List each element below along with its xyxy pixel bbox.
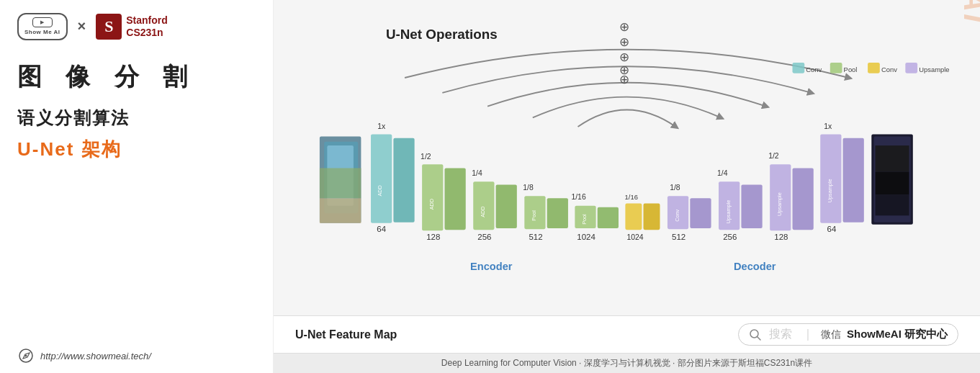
svg-text:Conv: Conv bbox=[674, 209, 680, 221]
svg-text:1/8: 1/8 bbox=[670, 184, 680, 192]
svg-rect-12 bbox=[371, 134, 392, 223]
bottom-bar: U-Net Feature Map 搜索 ｜ 微信 ShowMeAI 研究中心 bbox=[274, 315, 980, 353]
showmeai-icon bbox=[32, 17, 53, 27]
svg-line-75 bbox=[757, 336, 760, 340]
svg-text:1/8: 1/8 bbox=[523, 184, 534, 192]
svg-rect-25 bbox=[547, 198, 568, 228]
nav-icon bbox=[17, 347, 35, 364]
unet-ops-label: U-Net Operations bbox=[386, 27, 498, 42]
svg-rect-54 bbox=[876, 145, 909, 172]
svg-text:Pool: Pool bbox=[581, 214, 588, 225]
encoder-label: Encoder bbox=[470, 261, 513, 272]
stanford-logo: S Stanford CS231n bbox=[96, 14, 168, 40]
svg-rect-10 bbox=[320, 168, 361, 198]
decoder-block-128: 128 1/2 bbox=[768, 152, 814, 241]
decoder-label: Decoder bbox=[734, 261, 776, 272]
showmeai-logo: Show Me AI bbox=[17, 13, 68, 40]
svg-rect-61 bbox=[868, 63, 880, 73]
input-image bbox=[318, 134, 364, 224]
svg-text:⊕: ⊕ bbox=[619, 50, 629, 64]
stanford-s-letter: S bbox=[96, 14, 122, 40]
unet-arch-label: U-Net 架构 bbox=[17, 137, 256, 162]
svg-rect-13 bbox=[393, 138, 414, 223]
svg-rect-41 bbox=[741, 184, 762, 228]
website-row: http://www.showmeai.tech/ bbox=[17, 347, 256, 364]
bottleneck: 1024 1/16 bbox=[625, 193, 660, 241]
right-panel: ShowMeAI U-Net Operations ⊕ ⊕ ⊕ ⊕ ⊕ bbox=[274, 0, 980, 373]
svg-rect-32 bbox=[625, 204, 642, 230]
main-title: 图 像 分 割 bbox=[17, 60, 256, 94]
diagram-area: ShowMeAI U-Net Operations ⊕ ⊕ ⊕ ⊕ ⊕ bbox=[274, 0, 980, 315]
svg-text:1/16: 1/16 bbox=[625, 193, 638, 201]
svg-rect-56 bbox=[876, 194, 909, 215]
svg-text:Upsample: Upsample bbox=[725, 200, 732, 224]
subtitle: 语义分割算法 bbox=[17, 107, 256, 130]
left-panel: Show Me AI × S Stanford CS231n 图 像 分 割 语… bbox=[0, 0, 274, 373]
svg-rect-59 bbox=[830, 63, 842, 73]
search-icon bbox=[749, 328, 762, 341]
svg-rect-49 bbox=[843, 138, 864, 223]
divider: ｜ bbox=[802, 327, 814, 342]
svg-rect-17 bbox=[444, 168, 465, 230]
showmeai-label: Show Me AI bbox=[24, 29, 60, 36]
svg-text:1024: 1024 bbox=[626, 233, 643, 241]
compass-icon bbox=[18, 348, 34, 364]
footer-text: Deep Learning for Computer Vision · 深度学习… bbox=[441, 358, 812, 368]
svg-text:⊕: ⊕ bbox=[619, 73, 629, 86]
svg-text:1/16: 1/16 bbox=[571, 193, 586, 201]
svg-text:128: 128 bbox=[426, 233, 440, 241]
svg-text:256: 256 bbox=[477, 233, 491, 241]
svg-rect-55 bbox=[876, 172, 909, 194]
encoder-block-512: 512 1/8 bbox=[523, 184, 568, 241]
svg-text:128: 128 bbox=[774, 233, 788, 241]
svg-text:1/4: 1/4 bbox=[717, 169, 728, 177]
svg-rect-11 bbox=[320, 198, 361, 223]
encoder-block-1024: 1024 1/16 bbox=[571, 193, 619, 241]
search-text: 搜索 bbox=[769, 327, 792, 342]
footer-bar: Deep Learning for Computer Vision · 深度学习… bbox=[274, 353, 980, 373]
decoder-block-64: 64 1x bbox=[820, 122, 864, 233]
cross-icon: × bbox=[78, 18, 86, 35]
svg-text:Upsample: Upsample bbox=[776, 192, 783, 216]
encoder-block-128: 128 1/2 bbox=[421, 153, 466, 241]
logo-row: Show Me AI × S Stanford CS231n bbox=[17, 13, 256, 40]
svg-text:64: 64 bbox=[377, 225, 386, 233]
wechat-label: 微信 bbox=[821, 328, 841, 341]
svg-text:Pool: Pool bbox=[844, 66, 858, 73]
svg-rect-37 bbox=[690, 198, 711, 228]
svg-text:ADD: ADD bbox=[428, 199, 435, 210]
decoder-block-256: 256 1/4 bbox=[717, 169, 763, 241]
course-label: CS231n bbox=[126, 27, 168, 39]
svg-text:1/2: 1/2 bbox=[421, 153, 431, 161]
stanford-name: Stanford bbox=[126, 14, 168, 27]
svg-text:⊕: ⊕ bbox=[619, 35, 629, 49]
svg-text:64: 64 bbox=[827, 225, 836, 233]
svg-text:Upsample: Upsample bbox=[919, 66, 949, 73]
encoder-block-64: 64 1x bbox=[371, 122, 415, 233]
svg-text:512: 512 bbox=[672, 233, 685, 241]
svg-text:1/4: 1/4 bbox=[472, 169, 482, 177]
unet-diagram: U-Net Operations ⊕ ⊕ ⊕ ⊕ ⊕ bbox=[288, 6, 966, 315]
svg-text:1024: 1024 bbox=[577, 233, 595, 241]
svg-rect-29 bbox=[598, 207, 619, 228]
svg-text:Conv: Conv bbox=[881, 66, 897, 73]
website-url[interactable]: http://www.showmeai.tech/ bbox=[40, 351, 151, 361]
research-label: ShowMeAI 研究中心 bbox=[847, 328, 948, 341]
svg-text:1/2: 1/2 bbox=[768, 152, 779, 160]
svg-text:Conv: Conv bbox=[806, 66, 822, 73]
svg-text:Upsample: Upsample bbox=[827, 179, 833, 202]
svg-text:1x: 1x bbox=[824, 122, 832, 130]
output-image bbox=[871, 134, 913, 224]
svg-rect-33 bbox=[644, 204, 660, 230]
svg-text:256: 256 bbox=[723, 233, 737, 241]
svg-rect-57 bbox=[793, 63, 805, 73]
svg-point-1 bbox=[25, 355, 27, 357]
svg-rect-21 bbox=[496, 184, 517, 228]
svg-rect-16 bbox=[422, 164, 443, 230]
svg-text:ADD: ADD bbox=[377, 185, 383, 196]
stanford-text: Stanford CS231n bbox=[126, 14, 168, 39]
feature-map-label: U-Net Feature Map bbox=[295, 328, 397, 341]
svg-text:⊕: ⊕ bbox=[619, 20, 629, 34]
encoder-block-256: 256 1/4 bbox=[472, 169, 517, 241]
search-area[interactable]: 搜索 ｜ 微信 ShowMeAI 研究中心 bbox=[738, 323, 958, 346]
